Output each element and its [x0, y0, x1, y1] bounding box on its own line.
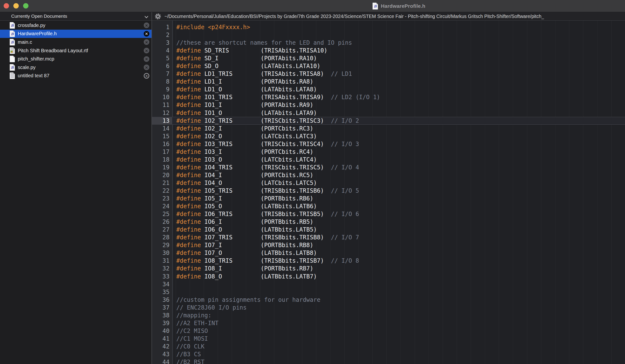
sidebar-document-item[interactable]: scale.py× — [0, 63, 152, 72]
line-number[interactable]: 36 — [152, 296, 172, 304]
line-number[interactable]: 38 — [152, 311, 172, 319]
code-line[interactable]: 28#define IO7_TRIS (TRISBbits.TRISB8) //… — [152, 233, 625, 241]
code-line[interactable]: 10#define IO1_TRIS (TRISAbits.TRISA9) //… — [152, 93, 625, 101]
code-line[interactable]: 1#include <p24Fxxxx.h> — [152, 23, 625, 31]
code-line[interactable]: 11#define IO1_I (PORTAbits.RA9) — [152, 101, 625, 109]
line-number[interactable]: 26 — [152, 218, 172, 226]
line-number[interactable]: 16 — [152, 140, 172, 148]
code-line[interactable]: 34 — [152, 280, 625, 288]
line-number[interactable]: 6 — [152, 62, 172, 70]
line-number[interactable]: 4 — [152, 47, 172, 55]
line-number[interactable]: 32 — [152, 265, 172, 272]
line-number[interactable]: 1 — [152, 23, 172, 31]
close-document-icon[interactable]: × — [144, 23, 149, 28]
line-number[interactable]: 9 — [152, 85, 172, 93]
code-line[interactable]: 4#define SD_TRIS (TRISAbits.TRISA10) — [152, 47, 625, 55]
line-number[interactable]: 7 — [152, 70, 172, 78]
code-line[interactable]: 42//C0 CLK — [152, 343, 625, 350]
line-number[interactable]: 20 — [152, 171, 172, 179]
line-number[interactable]: 2 — [152, 31, 172, 39]
line-number[interactable]: 19 — [152, 164, 172, 171]
document-proxy-icon[interactable] — [373, 3, 378, 9]
code-line[interactable]: 25#define IO6_TRIS (TRISBbits.TRISB5) //… — [152, 210, 625, 218]
line-number[interactable]: 24 — [152, 202, 172, 210]
code-line-current[interactable]: 13#define IO2_TRIS (TRISCbits.TRISC3) //… — [152, 117, 625, 125]
line-number[interactable]: 10 — [152, 93, 172, 101]
code-line[interactable]: 39//A2 ETH-INT — [152, 319, 625, 327]
titlebar[interactable]: HardwareProfile.h — [0, 0, 625, 12]
code-line[interactable]: 35 — [152, 288, 625, 296]
line-number[interactable]: 12 — [152, 109, 172, 117]
code-line[interactable]: 41//C1 MOSI — [152, 335, 625, 343]
line-number[interactable]: 28 — [152, 233, 172, 241]
code-line[interactable]: 21#define IO4_O (LATCbits.LATC5) — [152, 179, 625, 187]
line-number[interactable]: 44 — [152, 358, 172, 364]
code-line[interactable]: 12#define IO1_O (LATAbits.LATA9) — [152, 109, 625, 117]
close-window-button[interactable] — [4, 3, 9, 8]
close-document-icon[interactable]: × — [144, 48, 149, 54]
code-line[interactable]: 14#define IO2_I (PORTCbits.RC3) — [152, 125, 625, 132]
line-number[interactable]: 3 — [152, 39, 172, 47]
line-number[interactable]: 17 — [152, 148, 172, 156]
code-line[interactable]: 3//these are shortcut names for the LED … — [152, 39, 625, 47]
line-number[interactable]: 39 — [152, 319, 172, 327]
code-line[interactable]: 8#define LD1_I (PORTAbits.RA8) — [152, 78, 625, 85]
code-line[interactable]: 44//B2 RST — [152, 358, 625, 364]
line-number[interactable]: 29 — [152, 241, 172, 249]
zoom-window-button[interactable] — [23, 3, 29, 8]
code-line[interactable]: 29#define IO7_I (PORTBbits.RB8) — [152, 241, 625, 249]
code-line[interactable]: 9#define LD1_O (LATAbits.LATA8) — [152, 85, 625, 93]
line-number[interactable]: 35 — [152, 288, 172, 296]
line-number[interactable]: 5 — [152, 55, 172, 62]
code-line[interactable]: 36//custom pin assignments for our hardw… — [152, 296, 625, 304]
line-number[interactable]: 37 — [152, 304, 172, 311]
code-line[interactable]: 32#define IO8_I (PORTBbits.RB7) — [152, 265, 625, 272]
code-line[interactable]: 43//B3 CS — [152, 350, 625, 358]
sidebar-split-divider[interactable] — [152, 12, 152, 364]
line-number[interactable]: 31 — [152, 257, 172, 265]
code-line[interactable]: 20#define IO4_I (PORTCbits.RC5) — [152, 171, 625, 179]
code-line[interactable]: 18#define IO3_O (LATCbits.LATC4) — [152, 156, 625, 164]
line-number[interactable]: 22 — [152, 187, 172, 195]
code-line[interactable]: 16#define IO3_TRIS (TRISCbits.TRISC4) //… — [152, 140, 625, 148]
code-line[interactable]: 37// ENC28J60 I/O pins — [152, 304, 625, 311]
code-line[interactable]: 33#define IO8_O (LATBbits.LATB7) — [152, 273, 625, 280]
code-line[interactable]: 15#define IO2_O (LATCbits.LATC3) — [152, 132, 625, 140]
code-line[interactable]: 22#define IO5_TRIS (TRISBbits.TRISB6) //… — [152, 187, 625, 195]
line-number[interactable]: 11 — [152, 101, 172, 109]
code-line[interactable]: 30#define IO7_O (LATBbits.LATB8) — [152, 249, 625, 257]
minimize-window-button[interactable] — [13, 3, 19, 8]
close-document-icon[interactable]: × — [144, 56, 149, 62]
code-line[interactable]: 2 — [152, 31, 625, 39]
line-number[interactable]: 42 — [152, 343, 172, 350]
line-number[interactable]: 13 — [152, 117, 172, 125]
open-documents-dropdown[interactable]: Currently Open Documents — [0, 12, 152, 20]
line-number[interactable]: 43 — [152, 350, 172, 358]
code-line[interactable]: 23#define IO5_I (PORTBbits.RB6) — [152, 195, 625, 202]
sidebar-document-item[interactable]: pitch_shifter.mcp× — [0, 55, 152, 63]
line-number[interactable]: 40 — [152, 327, 172, 335]
sidebar-document-item[interactable]: untitled text 87× — [0, 72, 152, 80]
line-number[interactable]: 14 — [152, 125, 172, 132]
sidebar-document-item[interactable]: crossfade.py× — [0, 21, 152, 30]
line-number[interactable]: 33 — [152, 273, 172, 280]
line-number[interactable]: 41 — [152, 335, 172, 343]
close-document-icon[interactable]: × — [144, 39, 149, 45]
line-number[interactable]: 30 — [152, 249, 172, 257]
code-line[interactable]: 38//mapping: — [152, 311, 625, 319]
code-line[interactable]: 40//C2 MISO — [152, 327, 625, 335]
close-document-icon[interactable]: × — [144, 73, 149, 79]
close-document-icon[interactable]: × — [144, 31, 149, 36]
code-line[interactable]: 26#define IO6_I (PORTBbits.RB5) — [152, 218, 625, 226]
code-line[interactable]: 27#define IO6_O (LATBbits.LATB5) — [152, 226, 625, 233]
code-line[interactable]: 31#define IO8_TRIS (TRISBbits.TRISB7) //… — [152, 257, 625, 265]
code-line[interactable]: 17#define IO3_I (PORTCbits.RC4) — [152, 148, 625, 156]
sidebar-document-item[interactable]: Pitch Shift Breadboard Layout.rtf× — [0, 46, 152, 55]
sidebar-document-item[interactable]: HardwareProfile.h× — [0, 30, 152, 38]
line-number[interactable]: 21 — [152, 179, 172, 187]
line-number[interactable]: 34 — [152, 280, 172, 288]
line-number[interactable]: 18 — [152, 156, 172, 164]
code-line[interactable]: 5#define SD_I (PORTAbits.RA10) — [152, 55, 625, 62]
code-line[interactable]: 6#define SD_O (LATAbits.LATA10) — [152, 62, 625, 70]
gear-icon[interactable] — [155, 13, 161, 20]
